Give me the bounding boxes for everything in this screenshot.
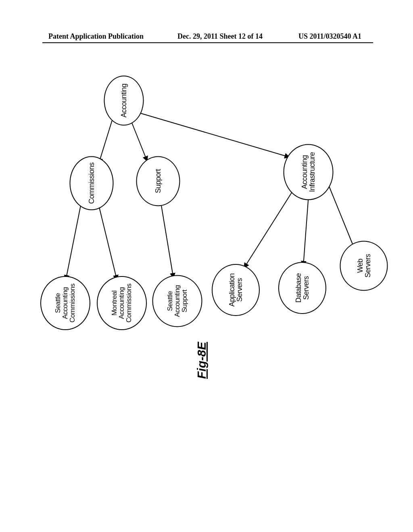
node-commissions: Commissions (70, 156, 114, 210)
node-support: Support (136, 156, 180, 206)
svg-line-8 (329, 185, 355, 250)
figure-label: Fig-8E (195, 342, 209, 379)
node-web-servers: WebServers (340, 241, 388, 291)
node-accounting: Accounting (104, 76, 144, 126)
svg-line-0 (99, 118, 113, 163)
node-montreal-accounting-commissions: MontrealAccountingCommissions (97, 276, 147, 330)
header-left: Patent Application Publication (48, 32, 144, 41)
node-database-servers: DatabaseServers (278, 262, 326, 314)
header-right: US 2011/0320540 A1 (298, 32, 361, 41)
node-seattle-accounting-commissions: SeattleAccountingCommissions (40, 276, 90, 330)
node-application-servers: ApplicationServers (212, 264, 260, 316)
header-rule (42, 42, 373, 43)
node-accounting-infrastructure: AccountingInfrastructure (284, 144, 334, 200)
svg-line-1 (131, 121, 147, 161)
svg-line-3 (66, 206, 81, 280)
svg-line-7 (303, 195, 309, 266)
node-seattle-accounting-support: SeattleAccountingSupport (152, 275, 202, 327)
svg-line-4 (99, 206, 117, 280)
header-center: Dec. 29, 2011 Sheet 12 of 14 (177, 32, 263, 41)
svg-line-6 (244, 191, 292, 268)
diagram-edges (42, 56, 373, 488)
svg-line-5 (161, 206, 173, 278)
figure-area: Accounting Commissions Support Accountin… (42, 56, 373, 488)
svg-line-2 (139, 113, 290, 157)
